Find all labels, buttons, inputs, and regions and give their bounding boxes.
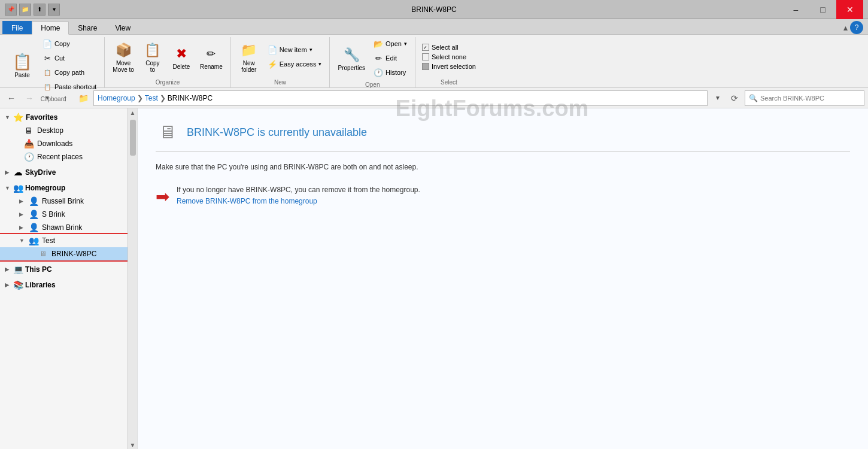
easy-access-button[interactable]: ⚡ Easy access ▾ xyxy=(265,57,325,71)
clipboard-group-content: 📋 Paste 📄 Copy ✂ Cut 📋 Copy path xyxy=(7,37,99,96)
edit-button[interactable]: ✏ Edit xyxy=(371,51,410,65)
paste-label: Paste xyxy=(14,72,30,78)
select-group: ✓ Select all Select none Invert selectio… xyxy=(415,37,482,87)
minimize-button[interactable]: – xyxy=(782,0,809,19)
select-items: ✓ Select all Select none Invert selectio… xyxy=(420,43,478,71)
delete-icon: ✖ xyxy=(172,44,191,63)
quick-access-down-icon[interactable]: ▾ xyxy=(48,4,60,16)
sidebar-header-libraries[interactable]: 📚 Libraries xyxy=(0,278,128,292)
sidebar-header-favorites[interactable]: ⭐ Favorites xyxy=(0,111,128,124)
ribbon-content: 📋 Paste 📄 Copy ✂ Cut 📋 Copy path xyxy=(0,35,868,87)
favorites-label: Favorites xyxy=(26,113,57,122)
rename-label: Rename xyxy=(200,63,223,70)
copy-path-label: Copy path xyxy=(54,69,84,76)
open-group: 🔧 Properties 📂 Open ▾ ✏ Edit 🕐 xyxy=(330,37,415,87)
sidebar-item-downloads[interactable]: 📥 Downloads xyxy=(0,137,128,150)
history-label: History xyxy=(386,69,406,76)
sidebar-item-russell[interactable]: 👤 Russell Brink xyxy=(0,195,128,208)
libraries-expand xyxy=(5,282,11,288)
remove-section: ➡ If you no longer have BRINK-W8PC, you … xyxy=(156,184,850,207)
properties-label: Properties xyxy=(338,65,365,71)
downloads-label: Downloads xyxy=(37,139,72,148)
homegroup-expand-icon xyxy=(5,185,11,191)
favorites-star-icon: ⭐ xyxy=(13,113,23,122)
path-dropdown-button[interactable]: ▼ xyxy=(710,90,726,106)
scroll-thumb[interactable] xyxy=(130,120,136,156)
sidebar-scrollbar[interactable]: ▲ ▼ xyxy=(128,108,137,449)
sidebar-item-recent[interactable]: 🕐 Recent places xyxy=(0,150,128,163)
edit-label: Edit xyxy=(386,54,397,62)
remove-link[interactable]: Remove BRINK-W8PC from the homegroup xyxy=(177,197,317,205)
scroll-down-arrow[interactable]: ▼ xyxy=(129,441,137,449)
help-button[interactable]: ? xyxy=(850,21,863,34)
search-box[interactable]: 🔍 xyxy=(745,90,864,106)
new-item-label: New item xyxy=(280,46,307,53)
test-icon: 👥 xyxy=(29,236,38,245)
properties-button[interactable]: 🔧 Properties xyxy=(335,44,368,73)
copy-path-button[interactable]: 📋 Copy path xyxy=(40,66,99,79)
folder-icon[interactable]: 📁 xyxy=(19,4,31,16)
history-button[interactable]: 🕐 History xyxy=(371,66,410,79)
test-label: Test xyxy=(42,236,55,245)
tab-file[interactable]: File xyxy=(2,21,32,34)
delete-button[interactable]: ✖ Delete xyxy=(168,43,195,72)
sidebar: ⭐ Favorites 🖥 Desktop 📥 Downloads 🕐 Rece xyxy=(0,108,138,449)
title-bar-left: 📌 📁 ⬆ ▾ xyxy=(5,4,60,16)
paste-shortcut-icon: 📋 xyxy=(43,82,52,92)
arrow-right-icon: ➡ xyxy=(156,187,169,207)
shawn-icon: 👤 xyxy=(29,223,38,232)
russell-icon: 👤 xyxy=(29,196,38,206)
thispc-expand xyxy=(5,266,11,272)
paste-shortcut-button[interactable]: 📋 Paste shortcut xyxy=(40,80,99,93)
move-to-button[interactable]: 📦 MoveMove to xyxy=(110,39,137,75)
new-folder-icon: 📁 xyxy=(239,41,259,60)
ribbon-collapse-button[interactable]: ▴ xyxy=(843,23,848,32)
sidebar-libraries: 📚 Libraries xyxy=(0,278,128,292)
recent-icon: 🕐 xyxy=(24,152,34,162)
copy-button[interactable]: 📄 Copy xyxy=(40,37,99,50)
skydrive-icon: ☁ xyxy=(13,168,23,177)
sidebar-header-thispc[interactable]: 💻 This PC xyxy=(0,263,128,276)
edit-icon: ✏ xyxy=(374,53,383,63)
invert-selection-button[interactable]: Invert selection xyxy=(420,62,478,71)
scroll-up-arrow[interactable]: ▲ xyxy=(129,108,137,117)
select-all-button[interactable]: ✓ Select all xyxy=(420,43,478,51)
tab-share[interactable]: Share xyxy=(69,21,106,34)
new-folder-button[interactable]: 📁 Newfolder xyxy=(236,39,262,75)
select-none-button[interactable]: Select none xyxy=(420,53,478,61)
cut-button[interactable]: ✂ Cut xyxy=(40,51,99,65)
address-path[interactable]: Homegroup ❯ Test ❯ BRINK-W8PC xyxy=(93,90,708,106)
maximize-button[interactable]: □ xyxy=(809,0,836,19)
tab-view[interactable]: View xyxy=(106,21,139,34)
libraries-label: Libraries xyxy=(25,281,56,289)
folder-up-icon[interactable]: ⬆ xyxy=(34,4,45,16)
sidebar-header-skydrive[interactable]: ☁ SkyDrive xyxy=(0,166,128,179)
crumb-test[interactable]: Test xyxy=(145,94,158,102)
copy-to-button[interactable]: 📋 Copyto xyxy=(139,39,166,75)
sidebar-item-shawn[interactable]: 👤 Shawn Brink xyxy=(0,221,128,234)
thispc-label: This PC xyxy=(25,265,52,274)
new-item-button[interactable]: 📄 New item ▾ xyxy=(265,43,325,56)
open-button[interactable]: 📂 Open ▾ xyxy=(371,37,410,50)
sidebar-item-test[interactable]: 👥 Test xyxy=(0,234,128,247)
search-input[interactable] xyxy=(760,95,860,102)
shawn-expand xyxy=(19,224,25,230)
copy-to-icon: 📋 xyxy=(143,41,162,60)
open-label: Open xyxy=(386,40,402,47)
pin-icon[interactable]: 📌 xyxy=(5,4,17,16)
unavailable-title: BRINK-W8PC is currently unavailable xyxy=(187,126,367,139)
sidebar-header-homegroup[interactable]: 👥 Homegroup xyxy=(0,181,128,195)
close-button[interactable]: ✕ xyxy=(836,0,863,19)
select-all-label: Select all xyxy=(432,44,459,51)
crumb-homegroup[interactable]: Homegroup xyxy=(98,94,135,102)
refresh-button[interactable]: ⟳ xyxy=(727,90,742,106)
sbrink-label: S Brink xyxy=(42,210,65,219)
test-expand xyxy=(19,238,25,244)
paste-button[interactable]: 📋 Paste xyxy=(7,50,37,81)
sidebar-item-sbrink[interactable]: 👤 S Brink xyxy=(0,208,128,221)
paste-shortcut-label: Paste shortcut xyxy=(54,83,96,90)
tab-home[interactable]: Home xyxy=(32,22,69,35)
rename-button[interactable]: ✏ Rename xyxy=(197,43,226,72)
sidebar-item-brinkw8pc[interactable]: 🖥 BRINK-W8PC xyxy=(0,247,128,260)
sidebar-item-desktop[interactable]: 🖥 Desktop xyxy=(0,124,128,137)
